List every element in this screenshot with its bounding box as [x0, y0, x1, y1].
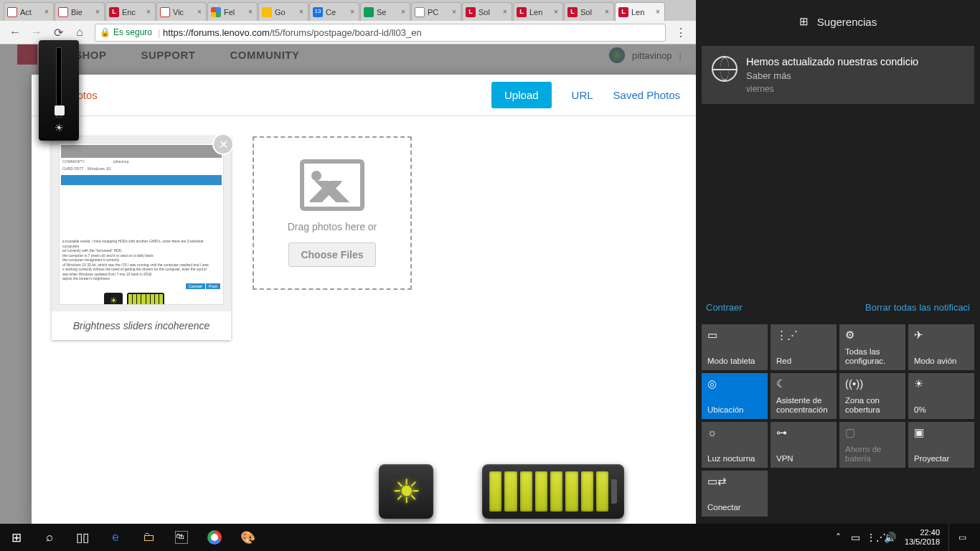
url-tab[interactable]: URL [572, 89, 593, 101]
quick-action-label: Modo avión [914, 357, 969, 366]
tab-label: Se [377, 8, 398, 17]
wifi-icon[interactable]: ⋮⋰ [866, 532, 879, 543]
quick-action-ubicaci-n[interactable]: ◎Ubicación [702, 373, 768, 419]
clock-date: 13/5/2018 [905, 537, 940, 547]
tab-close-icon[interactable]: × [349, 9, 356, 16]
quick-action-icon: ◎ [707, 377, 762, 390]
brightness-vertical-slider-osd: ☀ [39, 40, 79, 141]
address-bar[interactable]: 🔒 Es seguro | https://forums.lenovo.com/… [95, 24, 666, 42]
quick-action-asistente-de-concentraci-n[interactable]: ☾Asistente de concentración [771, 373, 837, 419]
brightness-osd-icon: ☀ [379, 464, 433, 519]
quick-action-proyectar[interactable]: ▣Proyectar [908, 422, 974, 468]
tab-label: Bie [71, 8, 93, 17]
start-button[interactable]: ⊞ [0, 524, 33, 551]
menu-button[interactable]: ⋮ [672, 24, 689, 41]
upload-modal-header: 📷 Photos Upload URL Saved Photos [32, 75, 696, 116]
uploaded-thumbnail[interactable]: ✕ COMMUNITY pittavinop G450 0577 · Windo… [52, 136, 231, 340]
store-app[interactable]: 🛍 [165, 524, 198, 551]
taskbar: ⊞ ⌕ ▯▯ e 🗀 🛍 🎨 ˄ ▭ ⋮⋰ 🔊 22:40 13/5/2018 … [0, 524, 980, 551]
tab-close-icon[interactable]: × [400, 9, 407, 16]
volume-icon[interactable]: 🔊 [883, 532, 896, 543]
quick-action-label: Conectar [707, 503, 762, 512]
tray-chevron-icon[interactable]: ˄ [831, 532, 844, 543]
action-center-header: ⊞ Sugerencias [696, 0, 980, 43]
browser-tab[interactable]: LLen× [615, 2, 665, 21]
quick-action-label: Ahorro de batería [845, 445, 900, 463]
task-view-button[interactable]: ▯▯ [66, 524, 99, 551]
quick-actions-grid: ▭Modo tableta⋮⋰Red⚙Todas las configurac.… [702, 324, 974, 517]
browser-tab[interactable]: 13Ce× [309, 2, 359, 21]
reload-button[interactable]: ⟳ [50, 24, 67, 41]
toolbar: ← → ⟳ ⌂ 🔒 Es seguro | https://forums.len… [0, 21, 696, 44]
tab-favicon: 13 [313, 7, 323, 17]
browser-tab[interactable]: Act× [4, 2, 54, 21]
back-button[interactable]: ← [6, 24, 24, 41]
action-center-button[interactable]: ▭ [948, 524, 976, 551]
quick-action-icon: ☼ [707, 426, 762, 439]
browser-tab[interactable]: Vic× [156, 2, 207, 21]
quick-action-vpn[interactable]: ⊶VPN [771, 422, 837, 468]
tab-close-icon[interactable]: × [451, 9, 458, 16]
quick-action-zona-con-cobertura[interactable]: ((•))Zona con cobertura [839, 373, 905, 419]
tab-close-icon[interactable]: × [94, 9, 101, 16]
browser-tab[interactable]: Bie× [55, 2, 105, 21]
quick-action-modo-tableta[interactable]: ▭Modo tableta [702, 324, 768, 370]
tab-close-icon[interactable]: × [298, 9, 305, 16]
quick-action-red[interactable]: ⋮⋰Red [771, 324, 837, 370]
tab-close-icon[interactable]: × [196, 9, 203, 16]
home-button[interactable]: ⌂ [71, 24, 88, 41]
explorer-app[interactable]: 🗀 [132, 524, 165, 551]
tab-favicon [415, 7, 425, 17]
quick-action-luz-nocturna[interactable]: ☼Luz nocturna [702, 422, 768, 468]
battery-icon[interactable]: ▭ [849, 532, 862, 543]
browser-tab[interactable]: LLen× [513, 2, 563, 21]
brightness-osd-level [482, 464, 624, 519]
lock-icon: 🔒 [100, 27, 110, 37]
edge-app[interactable]: e [99, 524, 132, 551]
clock-time: 22:40 [905, 528, 940, 537]
upload-body: ✕ COMMUNITY pittavinop G450 0577 · Windo… [32, 116, 696, 524]
browser-tab[interactable]: PC× [411, 2, 461, 21]
paint-app[interactable]: 🎨 [231, 524, 264, 551]
action-center-links: Contraer Borrar todas las notificaci [696, 302, 980, 313]
upload-button[interactable]: Upload [491, 82, 552, 108]
quick-action-todas-las-configurac[interactable]: ⚙Todas las configurac. [839, 324, 905, 370]
browser-tab[interactable]: Fel× [207, 2, 258, 21]
forward-button[interactable]: → [28, 24, 45, 41]
tab-close-icon[interactable]: × [43, 9, 50, 16]
tab-close-icon[interactable]: × [501, 9, 509, 16]
browser-tab[interactable]: Se× [360, 2, 410, 21]
tab-close-icon[interactable]: × [145, 9, 152, 16]
globe-icon [712, 56, 738, 82]
search-button[interactable]: ⌕ [33, 524, 66, 551]
tab-close-icon[interactable]: × [654, 9, 661, 16]
tab-close-icon[interactable]: × [552, 9, 560, 16]
tab-close-icon[interactable]: × [247, 9, 254, 16]
saved-photos-tab[interactable]: Saved Photos [613, 89, 680, 101]
dropzone[interactable]: Drag photos here or Choose Files [253, 136, 412, 290]
suggestions-icon: ⊞ [799, 15, 809, 28]
choose-files-button[interactable]: Choose Files [288, 242, 375, 267]
clear-all-link[interactable]: Borrar todas las notificaci [865, 302, 970, 313]
clock[interactable]: 22:40 13/5/2018 [900, 528, 944, 546]
quick-action-0[interactable]: ☀0% [908, 373, 974, 419]
quick-action-conectar[interactable]: ▭⇄Conectar [702, 471, 768, 517]
collapse-link[interactable]: Contraer [706, 302, 743, 313]
notification-card[interactable]: Hemos actualizado nuestras condicio Sabe… [702, 46, 974, 104]
secure-indicator: 🔒 Es seguro [100, 27, 152, 37]
browser-tab[interactable]: LSol× [564, 2, 614, 21]
quick-action-ahorro-de-bater-a: ▢Ahorro de batería [839, 422, 905, 468]
tab-favicon: L [517, 7, 527, 17]
chrome-app[interactable] [198, 524, 231, 551]
browser-tab[interactable]: LSol× [462, 2, 512, 21]
quick-action-icon: ☀ [914, 377, 969, 390]
tab-close-icon[interactable]: × [603, 9, 611, 16]
thumbnail-preview: COMMUNITY pittavinop G450 0577 · Windows… [59, 143, 224, 305]
browser-tab[interactable]: LEnc× [105, 2, 156, 21]
tab-favicon [364, 7, 374, 17]
browser-tab[interactable]: Go× [258, 2, 308, 21]
remove-thumbnail-button[interactable]: ✕ [214, 135, 232, 154]
quick-action-modo-avi-n[interactable]: ✈Modo avión [908, 324, 974, 370]
quick-action-icon: ⋮⋰ [776, 329, 831, 342]
system-tray: ˄ ▭ ⋮⋰ 🔊 22:40 13/5/2018 ▭ [831, 524, 980, 551]
